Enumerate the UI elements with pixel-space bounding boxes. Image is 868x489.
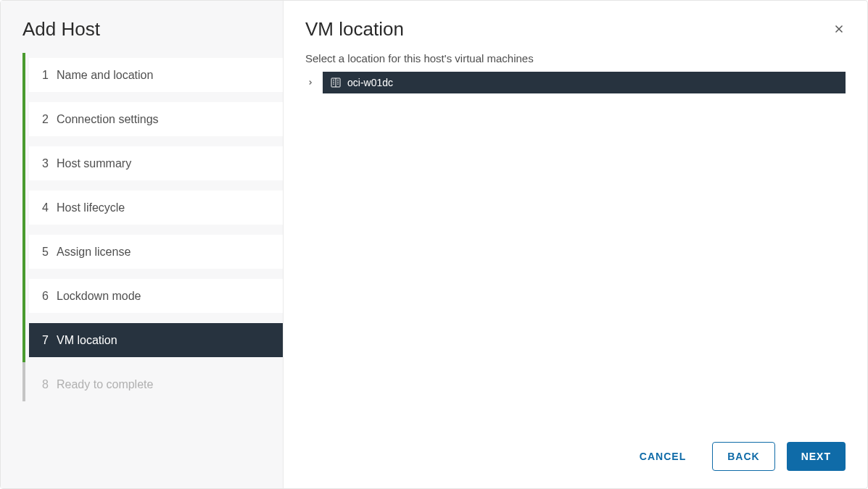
- step-assign-license[interactable]: 5 Assign license: [29, 235, 283, 269]
- step-number: 2: [42, 113, 57, 126]
- back-button[interactable]: BACK: [712, 442, 774, 471]
- step-connection-settings[interactable]: 2 Connection settings: [29, 102, 283, 136]
- step-label: Ready to complete: [57, 378, 153, 391]
- wizard-content: VM location Select a location for this h…: [284, 1, 867, 488]
- step-host-lifecycle[interactable]: 4 Host lifecycle: [29, 191, 283, 225]
- cancel-button[interactable]: CANCEL: [625, 442, 700, 471]
- step-lockdown-mode[interactable]: 6 Lockdown mode: [29, 279, 283, 313]
- step-ready-to-complete: 8 Ready to complete: [29, 367, 283, 401]
- step-label: VM location: [57, 334, 117, 347]
- wizard-title: Add Host: [1, 18, 283, 58]
- step-label: Lockdown mode: [57, 290, 141, 303]
- next-button[interactable]: NEXT: [787, 442, 846, 471]
- tree-row: oci-w01dc: [305, 72, 846, 93]
- step-number: 6: [42, 290, 57, 303]
- step-label: Host lifecycle: [57, 201, 125, 214]
- step-number: 5: [42, 246, 57, 259]
- step-number: 3: [42, 157, 57, 170]
- step-vm-location[interactable]: 7 VM location: [29, 323, 283, 357]
- step-number: 4: [42, 201, 57, 214]
- step-name-and-location[interactable]: 1 Name and location: [29, 58, 283, 92]
- tree-item-label: oci-w01dc: [347, 77, 393, 88]
- tree-item-datacenter[interactable]: oci-w01dc: [323, 72, 846, 93]
- step-label: Assign license: [57, 246, 131, 259]
- step-number: 8: [42, 378, 57, 391]
- wizard-footer: CANCEL BACK NEXT: [305, 442, 846, 471]
- step-host-summary[interactable]: 3 Host summary: [29, 146, 283, 180]
- wizard-sidebar: Add Host 1 Name and location 2 Connectio…: [1, 1, 284, 488]
- page-title: VM location: [305, 18, 846, 41]
- close-icon: [832, 22, 846, 35]
- tree-expand-toggle[interactable]: [305, 78, 315, 88]
- step-number: 7: [42, 334, 57, 347]
- step-number: 1: [42, 69, 57, 82]
- datacenter-icon: [330, 77, 342, 88]
- step-label: Connection settings: [57, 113, 159, 126]
- page-subtitle: Select a location for this host's virtua…: [305, 52, 846, 64]
- close-button[interactable]: [832, 22, 846, 38]
- chevron-right-icon: [307, 79, 314, 86]
- step-label: Name and location: [57, 69, 153, 82]
- add-host-dialog: Add Host 1 Name and location 2 Connectio…: [0, 0, 868, 489]
- wizard-steps: 1 Name and location 2 Connection setting…: [1, 58, 283, 401]
- step-label: Host summary: [57, 157, 131, 170]
